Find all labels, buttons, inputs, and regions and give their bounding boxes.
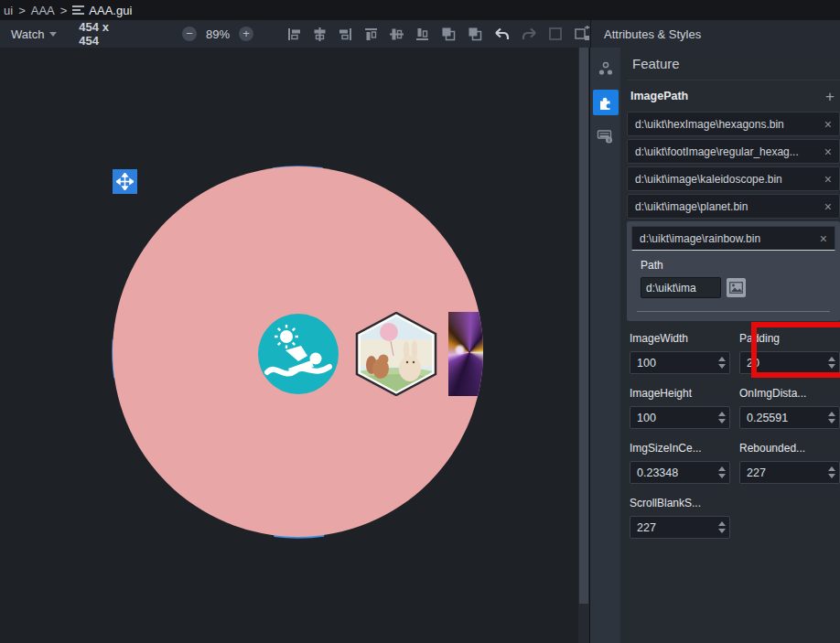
section-title: Feature <box>627 48 840 80</box>
zoom-level: 89% <box>206 27 230 41</box>
field-label: ImageHeight <box>630 387 730 400</box>
field-imagewidth: ImageWidth <box>630 332 730 374</box>
tab-form-info[interactable]: i <box>593 123 619 149</box>
imagepath-item[interactable]: d:\uikt\image\rainbow.bin × <box>631 226 835 251</box>
field-label: ScrollBlankS... <box>630 497 730 509</box>
swim-badge-image[interactable] <box>258 314 339 394</box>
transform-icon[interactable] <box>573 26 590 42</box>
remove-imagepath-button[interactable]: × <box>820 231 827 246</box>
panel-title: Attributes & Styles <box>590 20 840 48</box>
path-input[interactable] <box>641 277 721 298</box>
scrollbar-thumb[interactable] <box>579 48 588 604</box>
move-arrows-icon <box>116 173 134 190</box>
imagepath-value: d:\uikt\image\planet.bin <box>635 200 748 213</box>
field-imgsizeincenter: ImgSizeInCe... <box>630 442 730 484</box>
field-imageheight: ImageHeight <box>630 387 730 429</box>
remove-imagepath-button[interactable]: × <box>824 172 832 187</box>
remove-imagepath-button[interactable]: × <box>824 199 832 214</box>
image-picker-button[interactable] <box>727 278 746 297</box>
align-right-icon[interactable] <box>338 27 353 42</box>
field-label: Padding <box>739 332 840 345</box>
imagepath-item[interactable]: d:\uikt\footImage\regular_hexag... × <box>627 139 840 164</box>
breadcrumb-separator: > <box>60 4 68 17</box>
zoom-out-button[interactable]: − <box>182 27 197 41</box>
path-field-label: Path <box>641 259 835 272</box>
attributes-panel: i Feature ImagePath + d:\uikt\hexImage\h… <box>590 48 840 643</box>
field-onimgdistance: OnImgDista... <box>739 387 840 429</box>
breadcrumb-file-label: AAA.gui <box>89 4 132 17</box>
circular-widget[interactable] <box>113 166 483 537</box>
tab-hierarchy[interactable] <box>593 56 619 81</box>
bring-to-front-icon[interactable] <box>440 26 457 42</box>
imagepath-value: d:\uikt\hexImage\hexagons.bin <box>635 118 784 131</box>
rebounded-input[interactable] <box>740 466 824 479</box>
selection-box-icon[interactable] <box>548 27 563 41</box>
imageheight-input[interactable] <box>630 412 715 424</box>
field-label: OnImgDista... <box>739 387 840 400</box>
redo-icon[interactable] <box>521 27 538 42</box>
watch-label: Watch <box>11 27 44 41</box>
add-imagepath-button[interactable]: + <box>825 89 835 104</box>
imagepath-value: d:\uikt\footImage\regular_hexag... <box>635 145 799 158</box>
canvas-vertical-scrollbar[interactable] <box>578 48 589 643</box>
imagepath-item-expanded: d:\uikt\image\rainbow.bin × Path <box>627 221 840 321</box>
align-bottom-icon[interactable] <box>415 27 430 42</box>
imagepath-item[interactable]: d:\uikt\image\kaleidoscope.bin × <box>627 166 840 191</box>
watch-dropdown[interactable]: Watch <box>11 27 57 41</box>
align-top-icon[interactable] <box>363 27 379 42</box>
remove-imagepath-button[interactable]: × <box>824 117 832 132</box>
breadcrumb-segment[interactable]: AAA <box>31 4 55 17</box>
canvas-size-label: 454 x 454 <box>79 20 127 48</box>
send-to-back-icon[interactable] <box>467 26 483 42</box>
padding-input[interactable] <box>740 357 824 370</box>
swimmer-icon <box>258 314 339 394</box>
scrollblanksize-input[interactable] <box>630 521 715 534</box>
imagepath-value: d:\uikt\image\kaleidoscope.bin <box>635 173 782 186</box>
onimgdistance-input[interactable] <box>740 412 824 424</box>
field-label: ImageWidth <box>630 332 730 345</box>
breadcrumb-segment[interactable]: ui <box>4 4 13 17</box>
document-outline-icon <box>72 4 84 16</box>
form-info-icon: i <box>597 128 614 145</box>
imgsizeincenter-input[interactable] <box>630 466 715 479</box>
zoom-in-button[interactable]: + <box>239 27 253 41</box>
stepper-buttons[interactable] <box>715 521 729 533</box>
imagepath-value: d:\uikt\image\rainbow.bin <box>640 232 760 245</box>
remove-imagepath-button[interactable]: × <box>824 145 832 159</box>
breadcrumb-separator: > <box>18 4 26 17</box>
stepper-buttons[interactable] <box>715 357 729 369</box>
undo-icon[interactable] <box>493 27 511 42</box>
breadcrumb: ui > AAA > AAA.gui <box>0 0 840 20</box>
field-padding: Padding <box>739 332 840 374</box>
image-icon <box>729 282 743 294</box>
align-center-horizontal-icon[interactable] <box>312 27 328 42</box>
align-left-icon[interactable] <box>286 27 302 42</box>
kaleidoscope-image[interactable] <box>448 312 483 396</box>
divider <box>637 311 830 312</box>
field-scrollblanksize: ScrollBlankS... <box>630 497 730 539</box>
imagewidth-input[interactable] <box>630 357 715 370</box>
imagepath-item[interactable]: d:\uikt\image\planet.bin × <box>627 194 840 219</box>
panel-tab-strip: i <box>590 48 620 643</box>
design-canvas[interactable] <box>0 48 578 643</box>
field-label: ImgSizeInCe... <box>630 442 730 455</box>
field-label: Rebounded... <box>739 442 840 455</box>
stepper-buttons[interactable] <box>824 466 839 478</box>
stepper-buttons[interactable] <box>824 357 839 369</box>
nodes-icon <box>598 60 614 77</box>
field-rebounded: Rebounded... <box>739 442 840 484</box>
puzzle-icon <box>598 95 613 111</box>
align-middle-vertical-icon[interactable] <box>389 27 404 42</box>
stepper-buttons[interactable] <box>715 466 729 478</box>
stepper-buttons[interactable] <box>715 412 729 423</box>
tab-feature[interactable] <box>593 90 619 115</box>
move-handle[interactable] <box>113 169 137 194</box>
toolbar: Watch 454 x 454 − 89% + <box>0 20 590 48</box>
chevron-down-icon <box>49 32 57 37</box>
breadcrumb-file[interactable]: AAA.gui <box>72 4 132 17</box>
stepper-buttons[interactable] <box>824 412 839 423</box>
hexagon-rabbit-image[interactable] <box>355 312 437 396</box>
imagepath-label: ImagePath <box>630 90 688 102</box>
imagepath-item[interactable]: d:\uikt\hexImage\hexagons.bin × <box>627 112 840 136</box>
